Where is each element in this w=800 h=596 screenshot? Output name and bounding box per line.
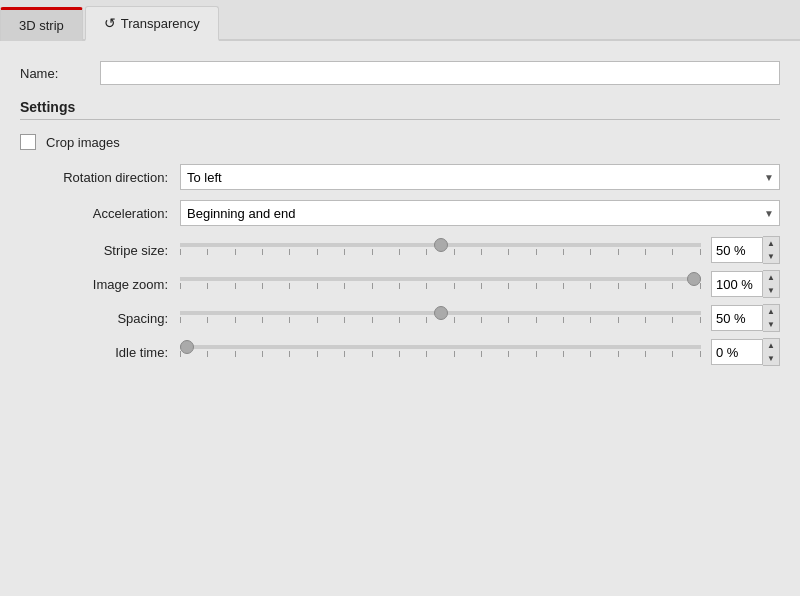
image-zoom-spinner: ▲ ▼ <box>763 270 780 298</box>
spacing-label: Spacing: <box>20 311 180 326</box>
crop-images-row: Crop images <box>20 134 780 150</box>
acceleration-row: Acceleration: Beginning and end None Beg… <box>20 200 780 226</box>
tab-3d-strip[interactable]: 3D strip <box>0 7 83 41</box>
tick <box>454 317 455 323</box>
tick <box>180 317 181 323</box>
image-zoom-spinner-down[interactable]: ▼ <box>763 284 779 297</box>
tick <box>672 249 673 255</box>
spacing-slider[interactable] <box>180 311 701 315</box>
image-zoom-slider[interactable] <box>180 277 701 281</box>
main-content: Name: Settings Crop images Rotation dire… <box>0 41 800 388</box>
crop-images-label: Crop images <box>46 135 120 150</box>
stripe-size-spinner-up[interactable]: ▲ <box>763 237 779 250</box>
tick <box>317 283 318 289</box>
tick <box>645 249 646 255</box>
tick <box>207 351 208 357</box>
tab-transparency[interactable]: ↺Transparency <box>85 6 219 41</box>
spacing-section: Spacing: ▲ ▼ <box>20 304 780 332</box>
image-zoom-value-input[interactable] <box>711 271 763 297</box>
idle-time-value-box: ▲ ▼ <box>711 338 780 366</box>
idle-time-spinner: ▲ ▼ <box>763 338 780 366</box>
spacing-spinner: ▲ ▼ <box>763 304 780 332</box>
tick <box>317 351 318 357</box>
tick <box>262 351 263 357</box>
tick <box>289 249 290 255</box>
name-row: Name: <box>20 61 780 85</box>
image-zoom-spinner-up[interactable]: ▲ <box>763 271 779 284</box>
rotation-direction-select[interactable]: To left To right <box>180 164 780 190</box>
stripe-size-section: Stripe size: ▲ ▼ <box>20 236 780 264</box>
image-zoom-row: Image zoom: ▲ ▼ <box>20 270 780 298</box>
idle-time-spinner-up[interactable]: ▲ <box>763 339 779 352</box>
tick <box>344 317 345 323</box>
spacing-spinner-down[interactable]: ▼ <box>763 318 779 331</box>
rotation-direction-control: To left To right ▼ <box>180 164 780 190</box>
stripe-size-row: Stripe size: ▲ ▼ <box>20 236 780 264</box>
tick <box>399 283 400 289</box>
tick <box>235 317 236 323</box>
tick <box>618 249 619 255</box>
tick <box>618 283 619 289</box>
stripe-size-ticks <box>180 249 701 257</box>
rotation-direction-wrapper: To left To right ▼ <box>180 164 780 190</box>
transparency-icon: ↺ <box>104 15 116 31</box>
stripe-size-value-input[interactable] <box>711 237 763 263</box>
tick <box>207 249 208 255</box>
tick <box>372 317 373 323</box>
tick <box>563 351 564 357</box>
tick <box>536 317 537 323</box>
idle-time-value-input[interactable] <box>711 339 763 365</box>
tab-bar: 3D strip ↺Transparency <box>0 0 800 41</box>
idle-time-track-area <box>180 345 701 359</box>
stripe-size-label: Stripe size: <box>20 243 180 258</box>
tick <box>618 317 619 323</box>
image-zoom-section: Image zoom: ▲ ▼ <box>20 270 780 298</box>
tick <box>672 283 673 289</box>
spacing-spinner-up[interactable]: ▲ <box>763 305 779 318</box>
tick <box>700 249 701 255</box>
tick <box>289 283 290 289</box>
acceleration-select[interactable]: Beginning and end None Beginning End <box>180 200 780 226</box>
tick <box>235 351 236 357</box>
tick <box>235 249 236 255</box>
stripe-size-track-area <box>180 243 701 257</box>
tick <box>563 317 564 323</box>
tick <box>536 351 537 357</box>
tick <box>536 249 537 255</box>
idle-time-slider[interactable] <box>180 345 701 349</box>
stripe-size-spinner-down[interactable]: ▼ <box>763 250 779 263</box>
idle-time-spinner-down[interactable]: ▼ <box>763 352 779 365</box>
tick <box>481 283 482 289</box>
stripe-size-slider[interactable] <box>180 243 701 247</box>
tick <box>317 317 318 323</box>
tick <box>180 283 181 289</box>
tick <box>289 317 290 323</box>
tick <box>399 249 400 255</box>
tick <box>426 283 427 289</box>
tick <box>508 351 509 357</box>
tick <box>454 283 455 289</box>
tick <box>508 249 509 255</box>
rotation-direction-row: Rotation direction: To left To right ▼ <box>20 164 780 190</box>
tick <box>590 351 591 357</box>
acceleration-label: Acceleration: <box>20 206 180 221</box>
tick <box>700 283 701 289</box>
image-zoom-value-box: ▲ ▼ <box>711 270 780 298</box>
tick <box>289 351 290 357</box>
tick <box>344 283 345 289</box>
tick <box>344 351 345 357</box>
tick <box>426 317 427 323</box>
spacing-value-box: ▲ ▼ <box>711 304 780 332</box>
image-zoom-ticks <box>180 283 701 291</box>
acceleration-control: Beginning and end None Beginning End ▼ <box>180 200 780 226</box>
tick <box>563 283 564 289</box>
stripe-size-value-box: ▲ ▼ <box>711 236 780 264</box>
tick <box>481 351 482 357</box>
spacing-value-input[interactable] <box>711 305 763 331</box>
stripe-size-spinner: ▲ ▼ <box>763 236 780 264</box>
tick <box>262 283 263 289</box>
crop-images-checkbox[interactable] <box>20 134 36 150</box>
name-input[interactable] <box>100 61 780 85</box>
rotation-direction-label: Rotation direction: <box>20 170 180 185</box>
tick <box>180 351 181 357</box>
